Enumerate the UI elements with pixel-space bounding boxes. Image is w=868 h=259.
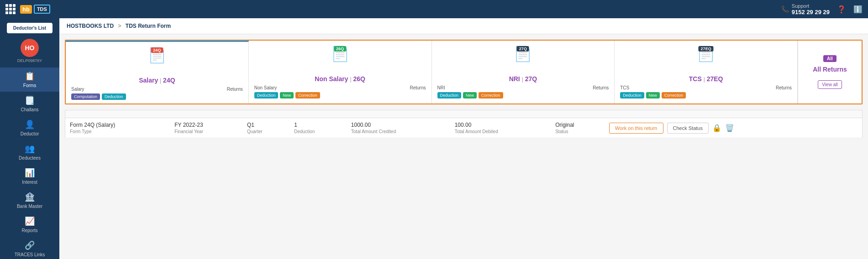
amount-debited-label: Total Amount Debited — [455, 129, 547, 134]
tcs-new-button[interactable]: New — [646, 92, 660, 98]
col-amount-credited — [347, 110, 450, 118]
tcs-buttons: Deduction New Correction — [620, 92, 792, 98]
card-salary-24q[interactable]: 📄 24Q Salary | 24Q Salary Returns Comput… — [66, 41, 249, 104]
nri-deduction-button[interactable]: Deduction — [437, 92, 462, 98]
all-returns-title: All Returns — [813, 66, 847, 73]
nri-badge: 27Q — [517, 46, 529, 52]
salary-buttons: Computation Deduction — [71, 93, 243, 100]
sidebar-label-challans: Challans — [21, 107, 39, 112]
nri-section-label: NRI — [437, 85, 445, 90]
cell-quarter: Q1 Quarter — [242, 118, 289, 138]
avatar-section: HO DELP09876Y — [17, 39, 42, 63]
deduction-label: Deduction — [294, 129, 342, 134]
breadcrumb-separator: > — [118, 23, 121, 29]
salary-returns-label: Returns — [227, 87, 243, 92]
nri-new-button[interactable]: New — [463, 92, 477, 98]
non-salary-badge: 26Q — [334, 46, 346, 52]
challans-icon: 🗒️ — [25, 95, 35, 105]
table-header-row — [65, 110, 863, 118]
salary-card-title: Salary | 24Q — [71, 77, 243, 84]
deductees-icon: 👥 — [25, 144, 35, 154]
col-financial-year — [170, 110, 242, 118]
grid-menu-icon[interactable] — [5, 4, 16, 14]
sidebar: Deductor's List HO DELP09876Y 📋 Forms 🗒️… — [0, 18, 59, 259]
nri-returns-label: Returns — [593, 85, 609, 90]
card-nri-27q[interactable]: 📄 27Q NRI | 27Q NRI Returns Deduction Ne… — [432, 41, 615, 104]
nri-correction-button[interactable]: Correction — [479, 92, 503, 98]
financial-year-value: FY 2022-23 — [174, 122, 238, 128]
deductors-list-button[interactable]: Deductor's List — [7, 23, 53, 33]
sidebar-item-deductees[interactable]: 👥 Deductees — [0, 140, 59, 164]
cell-amount-debited: 100.00 Total Amount Debited — [450, 118, 551, 138]
tcs-badge: 27EQ — [699, 46, 714, 52]
form-type-value: Form 24Q (Salary) — [70, 122, 165, 128]
non-salary-deduction-button[interactable]: Deduction — [254, 92, 279, 98]
status-label: Status — [555, 129, 600, 134]
cell-amount-credited: 1000.00 Total Amount Credited — [347, 118, 450, 138]
tcs-returns-label: Returns — [776, 85, 792, 90]
avatar-id: DELP09876Y — [17, 58, 42, 63]
deduction-value: 1 — [294, 122, 342, 128]
sidebar-item-challans[interactable]: 🗒️ Challans — [0, 92, 59, 116]
salary-section-label: Salary — [71, 87, 84, 92]
traces-icon: 🔗 — [25, 240, 35, 250]
quarter-label: Quarter — [247, 129, 285, 134]
non-salary-section-label: Non Salary — [254, 85, 277, 90]
nri-card-title: NRI | 27Q — [437, 75, 609, 83]
view-all-button[interactable]: View all — [818, 80, 842, 89]
table-section: Form 24Q (Salary) Form Type FY 2022-23 F… — [65, 110, 863, 138]
form-type-label: Form Type — [70, 129, 165, 134]
sidebar-label-deductor: Deductor — [21, 131, 39, 136]
amount-credited-label: Total Amount Credited — [351, 129, 446, 134]
main-content: HOSTBOOKS LTD > TDS Return Form 📄 24Q Sa… — [59, 18, 868, 259]
lock-icon[interactable]: 🔒 — [712, 124, 721, 132]
nav-left: hb TDS — [5, 4, 50, 14]
card-all-returns[interactable]: All All Returns View all — [798, 41, 862, 104]
avatar: HO — [21, 39, 39, 57]
tcs-deduction-button[interactable]: Deduction — [620, 92, 644, 98]
col-form-type — [65, 110, 170, 118]
non-salary-new-button[interactable]: New — [280, 92, 294, 98]
check-status-button[interactable]: Check Status — [667, 123, 709, 134]
card-non-salary-26q[interactable]: 📄 26Q Non Salary | 26Q Non Salary Return… — [249, 41, 432, 104]
tcs-section-row: TCS Returns — [620, 85, 792, 90]
action-buttons: Work on this return Check Status 🔒 🗑️ — [609, 123, 857, 134]
tcs-section-label: TCS — [620, 85, 629, 90]
sidebar-item-bank-master[interactable]: 🏦 Bank Master — [0, 188, 59, 212]
salary-badge: 24Q — [151, 47, 163, 53]
sidebar-item-forms[interactable]: 📋 Forms — [0, 67, 59, 92]
return-cards-wrapper: 📄 24Q Salary | 24Q Salary Returns Comput… — [65, 40, 863, 104]
sidebar-label-reports: Reports — [21, 228, 37, 233]
non-salary-correction-button[interactable]: Correction — [295, 92, 320, 98]
cell-actions: Work on this return Check Status 🔒 🗑️ — [605, 118, 863, 138]
phone-icon: 📞 — [781, 5, 789, 13]
nri-section-row: NRI Returns — [437, 85, 609, 90]
help-icon[interactable]: ❓ — [837, 5, 846, 14]
cell-deduction: 1 Deduction — [289, 118, 347, 138]
forms-icon: 📋 — [25, 71, 35, 81]
breadcrumb: HOSTBOOKS LTD > TDS Return Form — [59, 18, 868, 34]
info-icon[interactable]: ℹ️ — [853, 5, 863, 14]
sidebar-item-traces[interactable]: 🔗 TRACES Links — [0, 237, 59, 259]
salary-computation-button[interactable]: Computation — [71, 93, 100, 100]
sidebar-label-traces: TRACES Links — [15, 252, 45, 257]
sidebar-item-deductor[interactable]: 👤 Deductor — [0, 116, 59, 140]
deductor-icon: 👤 — [25, 119, 35, 130]
salary-deduction-button[interactable]: Deduction — [102, 93, 126, 100]
work-on-return-button[interactable]: Work on this return — [609, 123, 663, 134]
sidebar-item-reports[interactable]: 📈 Reports — [0, 212, 59, 237]
breadcrumb-page: TDS Return Form — [126, 23, 171, 29]
cell-financial-year: FY 2022-23 Financial Year — [170, 118, 242, 138]
financial-year-label: Financial Year — [174, 129, 238, 134]
delete-icon[interactable]: 🗑️ — [725, 124, 734, 132]
tcs-card-title: TCS | 27EQ — [620, 75, 792, 83]
col-actions — [605, 110, 863, 118]
sidebar-item-interest[interactable]: 📊 Interest — [0, 164, 59, 188]
sidebar-label-bank-master: Bank Master — [17, 204, 42, 209]
card-tcs-27eq[interactable]: 📄 27EQ TCS | 27EQ TCS Returns Deduction … — [615, 41, 798, 104]
nri-buttons: Deduction New Correction — [437, 92, 609, 98]
breadcrumb-company: HOSTBOOKS LTD — [67, 23, 114, 29]
tcs-correction-button[interactable]: Correction — [662, 92, 686, 98]
returns-table: Form 24Q (Salary) Form Type FY 2022-23 F… — [65, 110, 863, 138]
non-salary-returns-label: Returns — [410, 85, 426, 90]
